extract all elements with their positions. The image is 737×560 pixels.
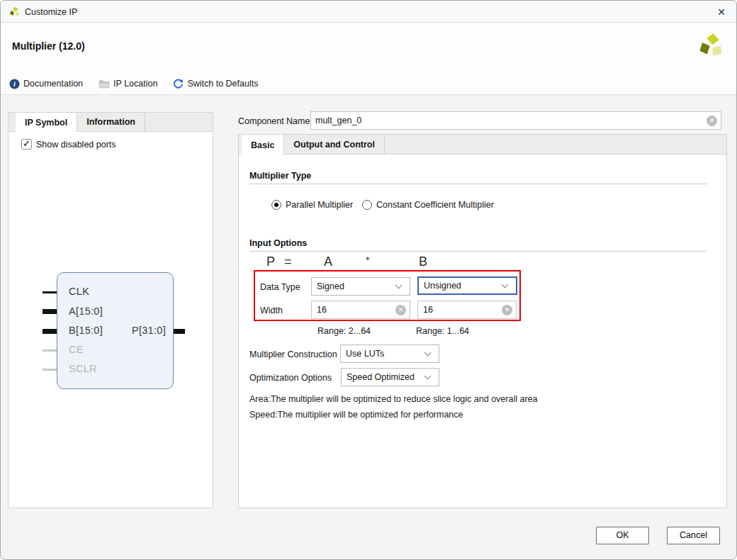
show-disabled-ports-toggle[interactable]: Show disabled ports: [21, 139, 116, 150]
multiplier-construction-label: Multiplier Construction: [249, 349, 337, 359]
tab-output-and-control[interactable]: Output and Control: [284, 135, 385, 155]
radio-constant-coefficient[interactable]: Constant Coefficient Multiplier: [362, 200, 494, 210]
chevron-down-icon: [424, 349, 432, 357]
ok-button[interactable]: OK: [596, 527, 649, 544]
close-icon[interactable]: ×: [712, 3, 731, 21]
xilinx-brand-logo: [698, 33, 725, 60]
cancel-button[interactable]: Cancel: [667, 527, 720, 544]
config-tabs: Basic Output and Control: [238, 134, 727, 155]
port-label-p: P[31:0]: [115, 325, 166, 336]
equation-p: P: [266, 254, 275, 269]
xilinx-logo-icon: [9, 6, 21, 18]
equation-a: A: [324, 254, 332, 269]
port-stub-clk: [43, 291, 57, 293]
optimization-options-value: Speed Optimized: [342, 372, 425, 382]
chevron-down-icon: [502, 281, 509, 289]
customize-ip-dialog: Customize IP × Multiplier (12.0) i Docum…: [0, 0, 737, 560]
tab-basic[interactable]: Basic: [242, 135, 284, 155]
ip-location-button[interactable]: IP Location: [99, 79, 157, 89]
equation-star: *: [366, 254, 369, 266]
documentation-label: Documentation: [23, 79, 83, 89]
component-name-field-wrap: [310, 111, 721, 130]
constant-coefficient-label: Constant Coefficient Multiplier: [376, 200, 494, 210]
port-label-a: A[15:0]: [69, 306, 103, 317]
component-name-label: Component Name: [238, 116, 310, 126]
width-b-input[interactable]: [418, 305, 502, 315]
checkbox-icon[interactable]: [21, 139, 32, 150]
toolbar: i Documentation IP Location Switch to De…: [9, 77, 274, 91]
ip-symbol-panel: Show disabled ports CLK A[15:0] B[15:0] …: [8, 131, 213, 508]
switch-to-defaults-button[interactable]: Switch to Defaults: [173, 79, 258, 89]
window-title: Customize IP: [25, 7, 77, 17]
port-stub-a: [43, 309, 57, 314]
radio-parallel-multiplier[interactable]: Parallel Multiplier: [271, 200, 353, 210]
component-name-input[interactable]: [311, 116, 707, 125]
optimization-options-select[interactable]: Speed Optimized: [341, 368, 439, 386]
data-type-a-value: Signed: [312, 281, 396, 291]
left-panel-tabs: IP Symbol Information: [8, 112, 213, 131]
multiplier-construction-value: Use LUTs: [341, 349, 425, 359]
page-title: Multiplier (12.0): [12, 40, 85, 52]
parallel-multiplier-label: Parallel Multiplier: [286, 200, 353, 210]
divider: [249, 251, 707, 252]
data-type-label: Data Type: [260, 282, 300, 292]
port-label-ce: CE: [69, 344, 84, 355]
area-note: Area:The multiplier will be optimized to…: [249, 394, 537, 404]
title-bar: Customize IP ×: [1, 1, 736, 23]
width-b-field-wrap: [417, 301, 517, 319]
clear-width-b-icon[interactable]: [502, 305, 512, 315]
port-label-b: B[15:0]: [69, 325, 103, 336]
multiplier-type-heading: Multiplier Type: [249, 171, 311, 181]
basic-config-panel: Multiplier Type Parallel Multiplier Cons…: [238, 154, 727, 508]
clear-component-name-icon[interactable]: [707, 116, 717, 126]
tab-spacer: [9, 113, 16, 131]
width-a-input[interactable]: [312, 305, 395, 315]
range-b-label: Range: 1...64: [416, 326, 469, 336]
speed-note: Speed:The multiplier will be optimized f…: [249, 410, 463, 420]
port-label-sclr: SCLR: [69, 363, 97, 374]
range-a-label: Range: 2...64: [317, 326, 371, 336]
equation-equals: =: [284, 254, 292, 269]
chevron-down-icon: [395, 282, 403, 289]
switch-to-defaults-label: Switch to Defaults: [187, 79, 258, 89]
ip-location-label: IP Location: [113, 79, 157, 89]
data-type-b-value: Unsigned: [419, 281, 502, 291]
equation-b: B: [419, 254, 427, 269]
refresh-icon: [173, 79, 184, 89]
port-stub-b: [43, 329, 57, 334]
tab-information[interactable]: Information: [77, 113, 145, 131]
show-disabled-ports-label: Show disabled ports: [36, 140, 116, 150]
folder-icon: [99, 79, 110, 89]
radio-unselected-icon[interactable]: [362, 200, 372, 210]
chevron-down-icon: [424, 373, 432, 380]
port-stub-sclr: [43, 369, 57, 371]
port-stub-p: [174, 329, 185, 334]
info-icon: i: [9, 79, 20, 89]
radio-selected-icon[interactable]: [271, 200, 281, 210]
data-type-a-select[interactable]: Signed: [311, 277, 410, 296]
multiplier-construction-select[interactable]: Use LUTs: [340, 345, 439, 363]
dialog-header: Multiplier (12.0) i Documentation: [1, 23, 736, 95]
width-a-field-wrap: [311, 301, 410, 319]
port-label-clk: CLK: [69, 286, 89, 297]
documentation-button[interactable]: i Documentation: [9, 79, 83, 89]
input-options-heading: Input Options: [249, 238, 307, 248]
divider: [249, 184, 707, 184]
width-label: Width: [260, 306, 283, 315]
port-stub-ce: [43, 349, 57, 352]
tab-ip-symbol[interactable]: IP Symbol: [16, 113, 77, 132]
data-type-b-select[interactable]: Unsigned: [417, 276, 517, 295]
optimization-options-label: Optimization Options: [249, 373, 332, 383]
svg-text:i: i: [13, 80, 16, 88]
clear-width-a-icon[interactable]: [395, 305, 406, 315]
